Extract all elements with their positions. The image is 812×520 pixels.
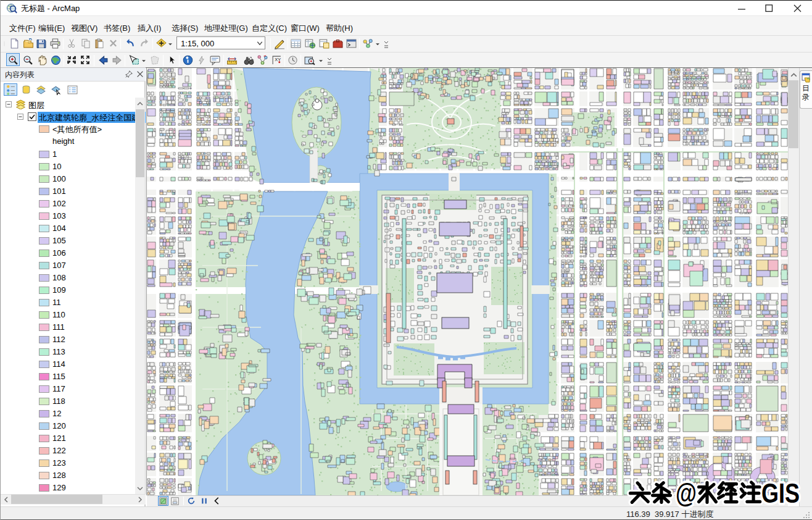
svg-text:GIS: GIS (761, 478, 800, 508)
svg-text:@: @ (676, 477, 697, 509)
